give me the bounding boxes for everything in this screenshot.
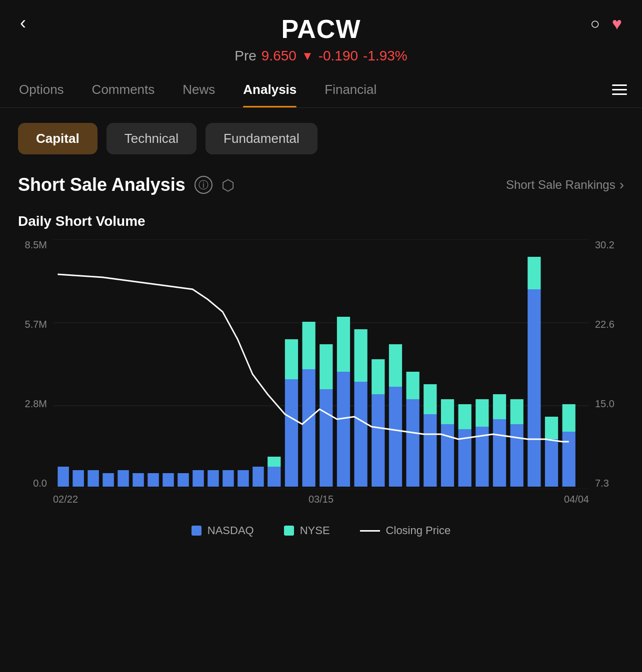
y-label-left-2: 2.8M [25, 398, 47, 410]
legend-closing-label: Closing Price [386, 524, 451, 537]
tab-comments[interactable]: Comments [78, 72, 169, 107]
bar-24g [424, 384, 436, 414]
legend-nyse-label: NYSE [300, 524, 330, 537]
bar-21b [372, 394, 384, 487]
bar-29g [510, 399, 524, 424]
bar-29b [510, 424, 524, 487]
bar-30g [528, 257, 540, 289]
back-button[interactable]: ‹ [20, 14, 26, 32]
bar-22g [389, 344, 402, 387]
bar-15b [268, 467, 280, 487]
nav-menu-button[interactable] [602, 76, 637, 103]
chart-section: Daily Short Volume 8.5M 5.7M 2.8M 0.0 30… [0, 203, 642, 509]
bar-6 [132, 473, 144, 487]
bar-20g [354, 329, 368, 382]
bar-16g [285, 339, 298, 379]
chart-svg [53, 239, 589, 489]
tab-financial[interactable]: Financial [310, 72, 390, 107]
bar-14 [252, 467, 264, 487]
bar-5 [118, 470, 128, 487]
bar-31b [545, 439, 558, 487]
y-axis-right: 30.2 22.6 15.0 7.3 [589, 239, 624, 489]
bar-16b [285, 379, 298, 487]
tab-options[interactable]: Options [5, 72, 78, 107]
closing-price-swatch [360, 530, 380, 532]
x-label-1: 03/15 [308, 494, 334, 505]
bar-27g [476, 399, 488, 427]
legend-closing-price: Closing Price [360, 524, 451, 537]
bar-9 [178, 473, 188, 487]
y-label-right-0: 30.2 [595, 239, 614, 251]
bar-17g [302, 322, 316, 369]
y-label-right-2: 15.0 [595, 398, 614, 410]
page-header: ‹ PACW ○ ♥ Pre 9.650 ▼ -0.190 -1.93% [0, 0, 642, 72]
bar-1 [58, 467, 68, 487]
bar-18b [320, 389, 332, 487]
y-axis-left: 8.5M 5.7M 2.8M 0.0 [18, 239, 53, 489]
x-label-0: 02/22 [53, 494, 78, 505]
price-pct-change: -1.93% [363, 48, 408, 64]
subtab-fundamental[interactable]: Fundamental [206, 123, 318, 154]
section-header: Short Sale Analysis ⓘ ⬡ Short Sale Ranki… [0, 169, 642, 203]
y-label-right-3: 7.3 [595, 478, 609, 489]
subtab-capital[interactable]: Capital [18, 123, 98, 154]
x-label-2: 04/04 [564, 494, 589, 505]
nav-tabs: Options Comments News Analysis Financial [0, 72, 642, 108]
bar-3 [88, 470, 98, 487]
rankings-chevron-icon: › [620, 177, 624, 193]
bar-23b [406, 399, 420, 487]
bar-25g [441, 399, 454, 424]
y-label-left-0: 8.5M [25, 239, 47, 251]
menu-line-2 [612, 89, 627, 90]
bar-24b [424, 414, 436, 487]
header-actions: ○ ♥ [590, 14, 622, 33]
bar-19g [337, 317, 350, 372]
chart-subtitle: Daily Short Volume [18, 213, 624, 229]
chart-legend: NASDAQ NYSE Closing Price [0, 509, 642, 552]
bar-18g [320, 344, 332, 389]
rankings-label: Short Sale Rankings [506, 178, 616, 192]
subtab-technical[interactable]: Technical [106, 123, 196, 154]
bar-17b [302, 369, 316, 487]
section-title: Short Sale Analysis [18, 174, 186, 195]
sub-tabs: Capital Technical Fundamental [0, 108, 642, 169]
ticker-symbol: PACW [281, 14, 360, 44]
x-axis-labels: 02/22 03/15 04/04 [53, 489, 589, 509]
rankings-link[interactable]: Short Sale Rankings › [506, 177, 624, 193]
section-title-group: Short Sale Analysis ⓘ ⬡ [18, 174, 234, 195]
bar-30b [528, 289, 540, 487]
y-label-left-3: 0.0 [33, 478, 47, 489]
share-icon[interactable]: ⬡ [222, 176, 234, 194]
chart-container: 8.5M 5.7M 2.8M 0.0 30.2 22.6 15.0 7.3 [18, 239, 624, 509]
price-arrow: ▼ [302, 49, 314, 63]
price-row: Pre 9.650 ▼ -0.190 -1.93% [234, 48, 408, 64]
nasdaq-color-swatch [192, 526, 202, 536]
bar-13 [238, 470, 248, 487]
bar-10 [192, 470, 204, 487]
bar-32g [562, 404, 576, 432]
menu-line-1 [612, 84, 627, 86]
legend-nasdaq-label: NASDAQ [208, 524, 254, 537]
bar-23g [406, 372, 420, 399]
bar-15g [268, 457, 280, 467]
bar-11 [208, 470, 218, 487]
bar-8 [162, 473, 174, 487]
bar-19b [337, 372, 350, 487]
bar-4 [102, 473, 114, 487]
nyse-color-swatch [284, 526, 294, 536]
y-label-left-1: 5.7M [25, 319, 47, 330]
legend-nyse: NYSE [284, 524, 330, 537]
bar-28g [493, 394, 506, 419]
search-icon[interactable]: ○ [590, 14, 600, 33]
bar-22b [389, 387, 402, 487]
bar-21g [372, 359, 384, 394]
chart-svg-area [53, 239, 589, 489]
price-change: -0.190 [318, 48, 358, 64]
bar-28b [493, 419, 506, 487]
y-label-right-1: 22.6 [595, 319, 614, 330]
info-icon[interactable]: ⓘ [194, 176, 212, 194]
tab-news[interactable]: News [168, 72, 229, 107]
bar-32b [562, 432, 576, 487]
favorite-icon[interactable]: ♥ [612, 14, 622, 33]
tab-analysis[interactable]: Analysis [229, 72, 310, 107]
